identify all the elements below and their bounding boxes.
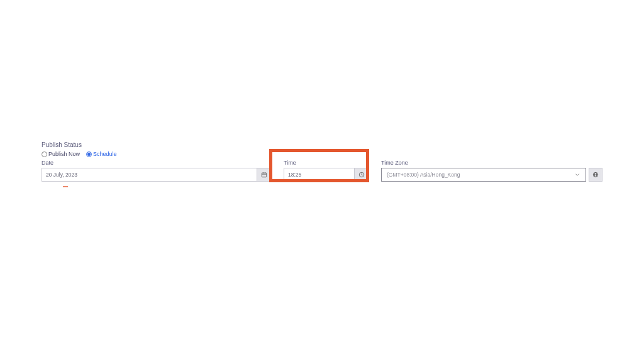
- date-field: Date 20 July, 2023: [42, 160, 271, 182]
- date-input-wrap[interactable]: 20 July, 2023: [42, 168, 271, 182]
- publish-status-title: Publish Status: [42, 141, 602, 148]
- time-label: Time: [284, 160, 369, 166]
- time-field: Time 18:25: [284, 160, 369, 182]
- decorative-mark: [63, 186, 68, 187]
- calendar-icon: [261, 172, 267, 178]
- date-input[interactable]: 20 July, 2023: [42, 168, 257, 181]
- radio-icon: [42, 151, 47, 157]
- globe-icon: [592, 172, 599, 178]
- timezone-globe-button[interactable]: [589, 168, 602, 182]
- radio-publish-now[interactable]: Publish Now: [42, 151, 80, 157]
- timezone-label: Time Zone: [381, 160, 602, 166]
- radio-schedule[interactable]: Schedule: [86, 151, 117, 157]
- radio-label-publish-now: Publish Now: [48, 151, 80, 157]
- publish-status-radio-group: Publish Now Schedule: [42, 151, 602, 157]
- chevron-down-icon: [574, 172, 580, 178]
- radio-icon: [86, 151, 92, 157]
- time-input-wrap[interactable]: 18:25: [284, 168, 369, 182]
- time-picker-button[interactable]: [354, 168, 368, 181]
- date-label: Date: [42, 160, 271, 166]
- radio-label-schedule: Schedule: [93, 151, 117, 157]
- timezone-selected-value: (GMT+08:00) Asia/Hong_Kong: [387, 172, 460, 178]
- svg-line-6: [362, 175, 363, 175]
- timezone-field: Time Zone (GMT+08:00) Asia/Hong_Kong: [381, 160, 602, 182]
- clock-icon: [358, 172, 365, 178]
- time-input[interactable]: 18:25: [284, 168, 354, 181]
- svg-rect-0: [262, 173, 267, 177]
- date-picker-button[interactable]: [257, 168, 270, 181]
- timezone-select[interactable]: (GMT+08:00) Asia/Hong_Kong: [381, 168, 586, 182]
